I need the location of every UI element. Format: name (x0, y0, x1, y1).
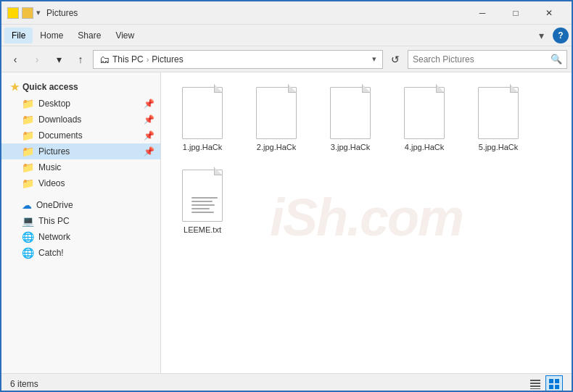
sidebar-item-music[interactable]: 📁 Music (1, 159, 160, 175)
sidebar-label-pictures: Pictures (38, 146, 70, 157)
file-icon-4 (401, 84, 448, 139)
sidebar-item-onedrive[interactable]: ☁ OneDrive (1, 197, 160, 213)
thispc-icon: 💻 (22, 215, 34, 227)
sidebar-label-documents: Documents (38, 130, 83, 141)
file-item-3[interactable]: 3.jpg.HaCk (318, 81, 383, 155)
sidebar-label-thispc: This PC (38, 216, 70, 226)
file-item-5[interactable]: 5.jpg.HaCk (466, 81, 531, 155)
back-button[interactable]: ‹ (6, 50, 25, 69)
file-name-6: LEEME.txt (184, 225, 221, 235)
sidebar-label-music: Music (38, 162, 61, 172)
search-box[interactable]: 🔍 (408, 50, 567, 69)
large-icons-view-button[interactable] (545, 375, 563, 393)
folder-icon-music: 📁 (22, 162, 34, 173)
file-name-4: 4.jpg.HaCk (405, 142, 444, 152)
close-button[interactable]: ✕ (532, 1, 566, 25)
dropdown-history-button[interactable]: ▾ (49, 50, 68, 69)
sidebar-item-thispc[interactable]: 💻 This PC (1, 213, 160, 229)
title-bar-dropdown-arrow[interactable]: ▾ (36, 8, 41, 17)
status-bar: 6 items (1, 373, 572, 392)
sidebar-item-videos[interactable]: 📁 Videos (1, 175, 160, 191)
path-crumb-thispc[interactable]: This PC (112, 54, 144, 64)
menu-item-home[interactable]: Home (33, 28, 70, 43)
folder-icon-pictures: 📁 (22, 146, 34, 157)
sidebar-item-catch[interactable]: 🌐 Catch! (1, 245, 160, 261)
path-folder-icon: 🗂 (99, 54, 110, 65)
svg-rect-4 (549, 379, 553, 383)
onedrive-icon: ☁ (22, 199, 32, 211)
svg-rect-2 (530, 385, 540, 387)
file-name-5: 5.jpg.HaCk (479, 142, 518, 152)
pin-icon-desktop: 📌 (144, 99, 154, 109)
sidebar-item-downloads[interactable]: 📁 Downloads 📌 (1, 112, 160, 128)
path-crumb-pictures[interactable]: Pictures (152, 54, 183, 64)
sidebar-label-onedrive: OneDrive (36, 200, 73, 210)
sidebar-item-documents[interactable]: 📁 Documents 📌 (1, 128, 160, 143)
file-item-1[interactable]: 1.jpg.HaCk (170, 81, 235, 155)
address-bar: ‹ › ▾ ↑ 🗂 This PC › Pictures ▾ ↺ 🔍 (1, 46, 572, 72)
file-icon-6 (179, 167, 226, 222)
file-item-4[interactable]: 4.jpg.HaCk (392, 81, 457, 155)
title-bar-controls: ─ □ ✕ (466, 1, 566, 25)
file-item-2[interactable]: 2.jpg.HaCk (244, 81, 309, 155)
sidebar-item-network[interactable]: 🌐 Network (1, 229, 160, 245)
sidebar-label-network: Network (38, 232, 70, 242)
menu-item-view[interactable]: View (108, 28, 141, 43)
sidebar-item-pictures[interactable]: 📁 Pictures 📌 (1, 143, 160, 159)
folder-icon-documents: 📁 (22, 130, 34, 141)
sidebar: ★ Quick access 📁 Desktop 📌 📁 Downloads 📌… (1, 72, 161, 373)
network-icon: 🌐 (22, 231, 34, 243)
folder-icon-desktop: 📁 (22, 98, 34, 109)
path-separator-1: › (147, 55, 149, 64)
pin-icon-pictures: 📌 (144, 146, 154, 157)
file-icon-3 (327, 84, 374, 139)
address-path[interactable]: 🗂 This PC › Pictures ▾ (93, 50, 383, 69)
refresh-button[interactable]: ↺ (386, 50, 405, 69)
file-icon-1 (179, 84, 226, 139)
sidebar-item-desktop[interactable]: 📁 Desktop 📌 (1, 96, 160, 112)
svg-rect-1 (530, 383, 540, 384)
svg-rect-7 (555, 385, 559, 389)
sidebar-label-downloads: Downloads (38, 114, 81, 125)
path-dropdown-button[interactable]: ▾ (372, 54, 376, 64)
sidebar-label-desktop: Desktop (38, 99, 70, 109)
view-toggle-buttons (527, 375, 563, 393)
svg-rect-0 (530, 380, 540, 381)
title-bar-icons: ▾ (7, 7, 41, 19)
menu-bar-right: ▾ ? (532, 27, 569, 44)
star-icon: ★ (10, 81, 20, 93)
file-icon-5 (475, 84, 522, 139)
main-layout: ★ Quick access 📁 Desktop 📌 📁 Downloads 📌… (1, 72, 572, 373)
forward-button[interactable]: › (28, 50, 46, 69)
search-icon[interactable]: 🔍 (551, 54, 562, 64)
file-item-6[interactable]: LEEME.txt (170, 164, 235, 238)
file-name-1: 1.jpg.HaCk (183, 142, 222, 152)
svg-rect-6 (549, 385, 553, 389)
quick-access-header[interactable]: ★ Quick access (1, 78, 160, 96)
up-button[interactable]: ↑ (71, 50, 90, 69)
file-name-3: 3.jpg.HaCk (331, 142, 370, 152)
menu-item-file[interactable]: File (4, 28, 33, 43)
search-input[interactable] (413, 54, 548, 64)
ribbon-expand-button[interactable]: ▾ (532, 27, 550, 44)
menu-item-share[interactable]: Share (70, 28, 108, 43)
window-title: Pictures (46, 8, 466, 18)
file-grid: 1.jpg.HaCk 2.jpg.HaCk 3.jpg.HaCk (170, 81, 563, 238)
sidebar-label-videos: Videos (38, 178, 65, 188)
quick-access-folder-icon (22, 7, 33, 19)
pin-icon-documents: 📌 (144, 130, 154, 141)
item-count: 6 items (10, 379, 38, 389)
help-button[interactable]: ? (553, 28, 569, 43)
list-view-button[interactable] (527, 375, 544, 393)
content-area: iSh.com 1.jpg.HaCk 2.jpg.HaCk (161, 72, 572, 373)
file-icon-2 (253, 84, 300, 139)
quick-access-save-icon (7, 7, 19, 19)
minimize-button[interactable]: ─ (466, 1, 499, 25)
catch-icon: 🌐 (22, 247, 34, 259)
svg-rect-3 (530, 388, 540, 389)
file-name-2: 2.jpg.HaCk (257, 142, 296, 152)
pin-icon-downloads: 📌 (144, 114, 154, 125)
menu-bar: File Home Share View ▾ ? (1, 25, 572, 46)
maximize-button[interactable]: □ (499, 1, 532, 25)
svg-rect-5 (555, 379, 559, 383)
